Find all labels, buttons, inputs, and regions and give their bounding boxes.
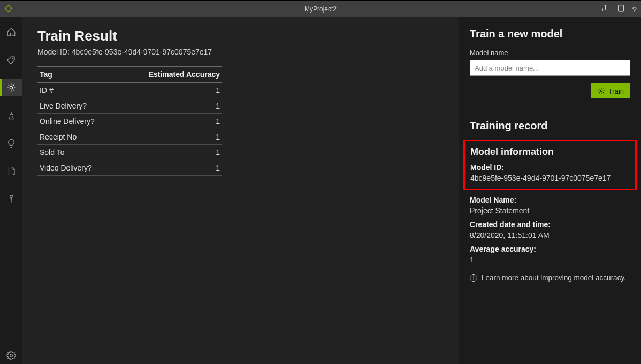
info-label-model-id: Model ID: — [470, 163, 630, 172]
model-id-value: 4bc9e5fe-953e-49d4-9701-97c0075e7e17 — [72, 48, 212, 56]
info-icon: i — [470, 274, 477, 282]
main-content: Train Result Model ID: 4bc9e5fe-953e-49d… — [22, 17, 459, 364]
model-info-highlight: Model information Model ID: 4bc9e5fe-953… — [463, 140, 637, 190]
titlebar-actions: ? — [601, 4, 637, 14]
sidebar-item-settings[interactable] — [0, 347, 22, 364]
table-row: Sold To1 — [37, 145, 222, 160]
model-id-label: Model ID: — [37, 48, 72, 56]
svg-point-3 — [12, 58, 13, 59]
page-title: Train Result — [37, 28, 444, 44]
titlebar: MyProject2 ? — [0, 0, 641, 17]
svg-point-5 — [10, 354, 13, 357]
sidebar-item-compose[interactable] — [0, 107, 22, 124]
help-icon[interactable]: ? — [632, 5, 637, 14]
train-button[interactable]: Train — [591, 83, 630, 98]
sidebar-item-train[interactable] — [0, 79, 22, 96]
table-row: Live Delivery?1 — [37, 98, 222, 114]
learn-more-link[interactable]: i Learn more about improving model accur… — [470, 274, 630, 282]
col-tag: Tag — [37, 66, 119, 82]
sidebar-item-tags[interactable] — [0, 51, 22, 68]
info-value-avg-accuracy: 1 — [470, 255, 630, 264]
gear-small-icon — [598, 87, 605, 95]
info-label-model-name: Model Name: — [470, 196, 630, 204]
svg-point-6 — [600, 90, 602, 92]
training-record-heading: Training record — [470, 120, 630, 132]
info-value-model-id: 4bc9e5fe-953e-49d4-9701-97c0075e7e17 — [470, 174, 630, 182]
svg-point-2 — [621, 10, 621, 10]
brand-icon — [4, 4, 13, 14]
model-id-line: Model ID: 4bc9e5fe-953e-49d4-9701-97c007… — [37, 48, 444, 56]
model-name-label: Model name — [470, 49, 630, 57]
sidebar-item-connect[interactable] — [0, 190, 22, 207]
info-value-model-name: Project Statement — [470, 206, 630, 215]
result-table: Tag Estimated Accuracy ID #1 Live Delive… — [37, 66, 222, 176]
model-info-heading: Model information — [470, 146, 630, 158]
table-row: Online Delivery?1 — [37, 114, 222, 129]
info-value-created: 8/20/2020, 11:51:01 AM — [470, 231, 630, 239]
learn-more-text: Learn more about improving model accurac… — [482, 274, 626, 282]
share-icon[interactable] — [601, 4, 609, 14]
train-new-heading: Train a new model — [470, 28, 630, 40]
table-row: ID #1 — [37, 82, 222, 98]
sidebar-item-document[interactable] — [0, 162, 22, 180]
sidebar — [0, 17, 22, 364]
table-row: Video Delivery?1 — [37, 160, 222, 176]
sidebar-item-home[interactable] — [0, 24, 22, 41]
info-label-created: Created date and time: — [470, 220, 630, 229]
info-label-avg-accuracy: Average accuracy: — [470, 245, 630, 253]
right-panel: Train a new model Model name Train Train… — [459, 17, 641, 364]
table-row: Receipt No1 — [37, 129, 222, 145]
svg-point-4 — [10, 86, 12, 89]
sidebar-item-analyze[interactable] — [0, 135, 22, 152]
train-button-label: Train — [608, 87, 624, 95]
feedback-icon[interactable] — [617, 4, 625, 14]
col-accuracy: Estimated Accuracy — [119, 66, 222, 82]
model-name-input[interactable] — [470, 60, 630, 76]
project-name: MyProject2 — [304, 5, 337, 13]
